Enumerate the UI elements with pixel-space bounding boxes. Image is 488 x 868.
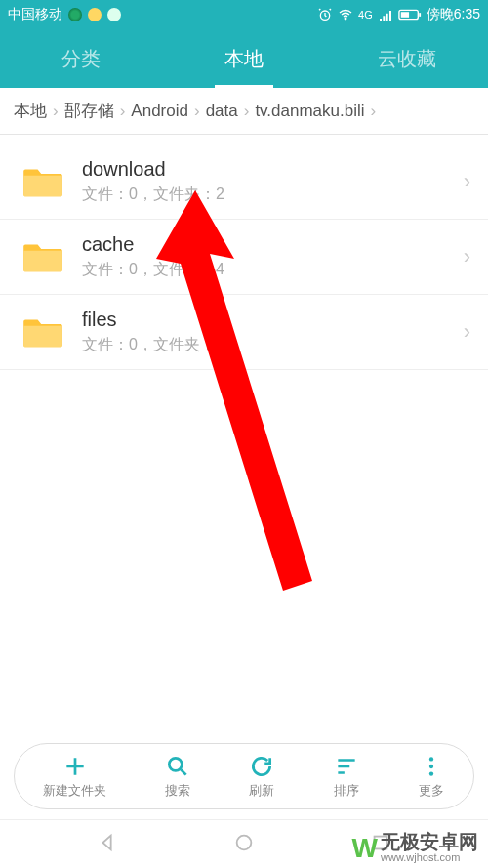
watermark-url: www.wjhost.com bbox=[381, 852, 478, 864]
carrier-label: 中国移动 bbox=[8, 6, 62, 23]
tool-label: 刷新 bbox=[249, 782, 274, 800]
chevron-right-icon: › bbox=[51, 102, 61, 121]
tab-category[interactable]: 分类 bbox=[0, 29, 163, 88]
chevron-right-icon: › bbox=[369, 102, 379, 121]
folder-list: download 文件：0，文件夹：2 › cache 文件：0，文件夹：4 ›… bbox=[0, 135, 488, 743]
battery-icon bbox=[398, 8, 422, 21]
tool-label: 搜索 bbox=[165, 782, 190, 800]
plus-icon bbox=[61, 753, 89, 780]
folder-subtitle: 文件：0，文件夹：2 bbox=[82, 185, 464, 205]
more-icon bbox=[418, 753, 445, 780]
svg-point-9 bbox=[429, 771, 433, 775]
tab-local[interactable]: 本地 bbox=[163, 29, 326, 88]
folder-icon bbox=[21, 239, 64, 274]
list-item[interactable]: cache 文件：0，文件夹：4 › bbox=[0, 220, 488, 295]
list-item[interactable]: download 文件：0，文件夹：2 › bbox=[0, 145, 488, 220]
top-tabs: 分类 本地 云收藏 bbox=[0, 29, 488, 88]
tab-cloud[interactable]: 云收藏 bbox=[325, 29, 488, 88]
folder-icon bbox=[21, 314, 64, 350]
breadcrumb[interactable]: 本地 › 郚存储 › Android › data › tv.danmaku.b… bbox=[0, 88, 488, 135]
watermark-text: 无极安卓网 bbox=[381, 832, 478, 852]
clock-label: 傍晚6:35 bbox=[427, 6, 480, 23]
folder-name: files bbox=[82, 309, 464, 331]
svg-rect-4 bbox=[401, 12, 409, 18]
svg-point-8 bbox=[429, 765, 433, 768]
more-button[interactable]: 更多 bbox=[418, 753, 445, 800]
folder-name: cache bbox=[82, 233, 464, 256]
crumb[interactable]: tv.danmaku.bili bbox=[251, 102, 368, 121]
tab-label: 本地 bbox=[224, 46, 264, 72]
sort-icon bbox=[333, 753, 360, 780]
crumb[interactable]: Android bbox=[127, 102, 192, 121]
alarm-icon bbox=[317, 7, 333, 22]
folder-subtitle: 文件：0，文件夹：6 bbox=[82, 335, 464, 355]
app-dot-icon bbox=[68, 8, 82, 21]
crumb[interactable]: 郚存储 bbox=[61, 100, 118, 122]
chevron-right-icon: › bbox=[464, 319, 470, 345]
status-bar: 中国移动 4G 傍晚6:35 bbox=[0, 0, 488, 29]
chevron-right-icon: › bbox=[118, 102, 128, 121]
svg-point-7 bbox=[429, 757, 433, 761]
chevron-right-icon: › bbox=[192, 102, 202, 121]
chevron-right-icon: › bbox=[464, 169, 470, 194]
crumb[interactable]: data bbox=[202, 102, 242, 121]
crumb[interactable]: 本地 bbox=[10, 100, 51, 122]
wifi-icon bbox=[338, 7, 353, 22]
chevron-right-icon: › bbox=[464, 244, 470, 269]
folder-name: download bbox=[82, 158, 464, 181]
tool-label: 更多 bbox=[419, 782, 444, 800]
network-label: 4G bbox=[358, 9, 373, 21]
svg-rect-3 bbox=[419, 13, 421, 17]
signal-icon bbox=[378, 7, 393, 22]
tool-label: 新建文件夹 bbox=[43, 782, 106, 800]
tab-label: 分类 bbox=[61, 46, 101, 72]
chevron-right-icon: › bbox=[242, 102, 252, 121]
svg-point-6 bbox=[169, 758, 182, 770]
folder-subtitle: 文件：0，文件夹：4 bbox=[82, 260, 464, 280]
nav-home-button[interactable] bbox=[233, 832, 255, 857]
bottom-toolbar: 新建文件夹 搜索 刷新 排序 更多 bbox=[14, 743, 474, 809]
app-dot-icon bbox=[107, 8, 121, 21]
svg-point-1 bbox=[345, 18, 346, 20]
svg-point-10 bbox=[237, 835, 252, 849]
refresh-icon bbox=[248, 753, 275, 780]
folder-icon bbox=[21, 164, 64, 199]
app-dot-icon bbox=[88, 8, 102, 21]
watermark: W 无极安卓网 www.wjhost.com bbox=[352, 832, 478, 864]
new-folder-button[interactable]: 新建文件夹 bbox=[43, 753, 106, 800]
tab-label: 云收藏 bbox=[378, 46, 436, 72]
sort-button[interactable]: 排序 bbox=[333, 753, 360, 800]
refresh-button[interactable]: 刷新 bbox=[248, 753, 275, 800]
search-icon bbox=[164, 753, 191, 780]
nav-back-button[interactable] bbox=[97, 832, 118, 857]
tool-label: 排序 bbox=[334, 782, 359, 800]
watermark-logo-icon: W bbox=[352, 833, 375, 864]
search-button[interactable]: 搜索 bbox=[164, 753, 191, 800]
list-item[interactable]: files 文件：0，文件夹：6 › bbox=[0, 295, 488, 370]
